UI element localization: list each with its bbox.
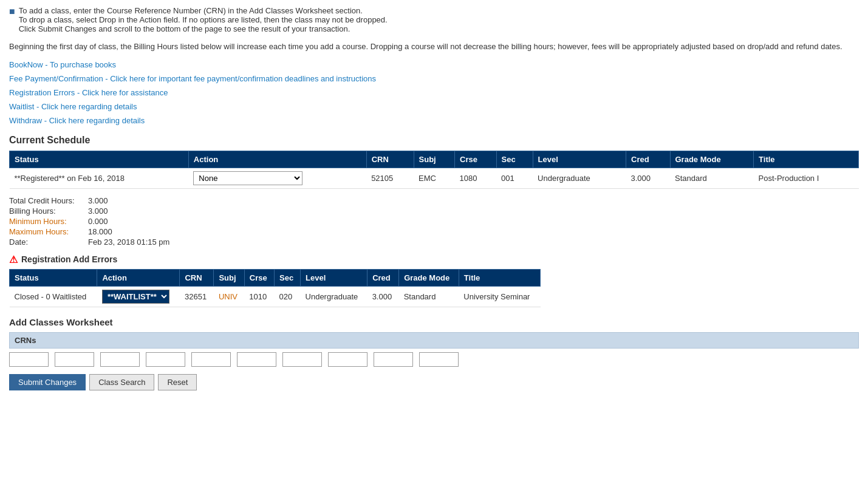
row-sec: 001 (496, 168, 533, 188)
waitlist-action-select[interactable]: **WAITLIST** (102, 290, 169, 304)
err-row-sec: 020 (275, 286, 301, 307)
err-col-crn: CRN (180, 269, 214, 286)
minimum-value: 0.000 (88, 217, 108, 226)
table-row: **Registered** on Feb 16, 2018 None Drop… (10, 168, 859, 188)
info-icon: ■ (9, 6, 15, 17)
col-crse: Crse (455, 151, 497, 168)
billing-notice: Beginning the first day of class, the Bi… (9, 41, 859, 53)
col-grade-mode: Grade Mode (670, 151, 754, 168)
crn-inputs-container (9, 352, 859, 367)
row-action[interactable]: None Drop (188, 168, 366, 188)
err-col-sec: Sec (275, 269, 301, 286)
err-row-level: Undergraduate (301, 286, 367, 307)
row-crse: 1080 (455, 168, 497, 188)
crn-input-9[interactable] (374, 352, 413, 367)
bottom-buttons: Submit Changes Class Search Reset (9, 374, 859, 390)
error-table-header: Status Action CRN Subj Crse Sec Level Cr… (10, 269, 541, 286)
row-level: Undergraduate (533, 168, 626, 188)
col-level: Level (533, 151, 626, 168)
billing-row: Billing Hours: 3.000 (9, 206, 859, 216)
booknow-link[interactable]: BookNow - To purchase books (9, 60, 116, 69)
maximum-label: Maximum Hours: (9, 227, 88, 236)
billing-value: 3.000 (88, 206, 108, 216)
fee-payment-link[interactable]: Fee Payment/Confirmation - Click here fo… (9, 74, 376, 83)
error-title-text: Registration Add Errors (21, 254, 117, 264)
col-crn: CRN (366, 151, 414, 168)
registration-errors-link[interactable]: Registration Errors - Click here for ass… (9, 88, 168, 97)
info-line-1: To add a class, enter the Course Referen… (19, 6, 388, 15)
date-label: Date: (9, 237, 88, 247)
crn-input-7[interactable] (282, 352, 322, 367)
total-credit-label: Total Credit Hours: (9, 196, 88, 205)
schedule-table-body: **Registered** on Feb 16, 2018 None Drop… (10, 168, 859, 188)
registration-errors-link-section[interactable]: Registration Errors - Click here for ass… (9, 88, 859, 97)
col-subj: Subj (414, 151, 454, 168)
row-status: **Registered** on Feb 16, 2018 (10, 168, 189, 188)
hours-section: Total Credit Hours: 3.000 Billing Hours:… (9, 196, 859, 247)
error-table: Status Action CRN Subj Crse Sec Level Cr… (9, 269, 541, 307)
row-grade-mode: Standard (670, 168, 754, 188)
err-col-crse: Crse (244, 269, 274, 286)
class-search-button[interactable]: Class Search (89, 374, 154, 390)
err-col-cred: Cred (367, 269, 399, 286)
total-credit-row: Total Credit Hours: 3.000 (9, 196, 859, 205)
minimum-row: Minimum Hours: 0.000 (9, 217, 859, 226)
waitlist-link-section[interactable]: Waitlist - Click here regarding details (9, 102, 859, 111)
error-table-body: Closed - 0 Waitlisted **WAITLIST** 32651… (10, 286, 541, 307)
withdraw-link-section[interactable]: Withdraw - Click here regarding details (9, 116, 859, 125)
crn-input-10[interactable] (419, 352, 459, 367)
crn-input-3[interactable] (100, 352, 140, 367)
top-info-section: ■ To add a class, enter the Course Refer… (9, 6, 859, 33)
crn-input-4[interactable] (146, 352, 185, 367)
fee-payment-link-section[interactable]: Fee Payment/Confirmation - Click here fo… (9, 74, 859, 83)
registration-errors-section: ⚠ Registration Add Errors Status Action … (9, 254, 859, 307)
err-row-crn: 32651 (180, 286, 214, 307)
date-value: Feb 23, 2018 01:15 pm (88, 237, 169, 247)
error-table-row: Closed - 0 Waitlisted **WAITLIST** 32651… (10, 286, 541, 307)
err-row-title: University Seminar (459, 286, 540, 307)
crns-header: CRNs (9, 332, 859, 349)
row-subj: EMC (414, 168, 454, 188)
info-line-3: Click Submit Changes and scroll to the b… (19, 24, 388, 33)
submit-changes-button[interactable]: Submit Changes (9, 374, 86, 390)
err-row-action[interactable]: **WAITLIST** (97, 286, 180, 307)
error-icon: ⚠ (9, 254, 18, 265)
total-credit-value: 3.000 (88, 196, 108, 205)
waitlist-link[interactable]: Waitlist - Click here regarding details (9, 102, 137, 111)
worksheet-title: Add Classes Worksheet (9, 317, 859, 327)
crn-input-1[interactable] (9, 352, 49, 367)
err-col-level: Level (301, 269, 367, 286)
err-row-status: Closed - 0 Waitlisted (10, 286, 97, 307)
maximum-value: 18.000 (88, 227, 112, 236)
booknow-link-section[interactable]: BookNow - To purchase books (9, 60, 859, 69)
err-col-subj: Subj (214, 269, 244, 286)
top-info-text: To add a class, enter the Course Referen… (19, 6, 388, 33)
col-cred: Cred (626, 151, 671, 168)
maximum-row: Maximum Hours: 18.000 (9, 227, 859, 236)
col-status: Status (10, 151, 189, 168)
billing-label: Billing Hours: (9, 206, 88, 216)
reset-button[interactable]: Reset (158, 374, 197, 390)
crn-input-5[interactable] (191, 352, 231, 367)
withdraw-link[interactable]: Withdraw - Click here regarding details (9, 116, 145, 125)
err-col-status: Status (10, 269, 97, 286)
row-crn: 52105 (366, 168, 414, 188)
crn-input-6[interactable] (237, 352, 276, 367)
current-schedule-title: Current Schedule (9, 135, 859, 146)
error-title: ⚠ Registration Add Errors (9, 254, 859, 265)
minimum-label: Minimum Hours: (9, 217, 88, 226)
crn-input-8[interactable] (328, 352, 367, 367)
err-row-subj: UNIV (214, 286, 244, 307)
schedule-table-header: Status Action CRN Subj Crse Sec Level Cr… (10, 151, 859, 168)
err-col-title: Title (459, 269, 540, 286)
crn-input-2[interactable] (55, 352, 94, 367)
col-title: Title (754, 151, 859, 168)
current-schedule-table: Status Action CRN Subj Crse Sec Level Cr… (9, 151, 859, 189)
err-row-crse: 1010 (244, 286, 274, 307)
err-row-grade-mode: Standard (399, 286, 459, 307)
row-cred: 3.000 (626, 168, 671, 188)
action-select[interactable]: None Drop (193, 171, 302, 185)
err-row-cred: 3.000 (367, 286, 399, 307)
col-sec: Sec (496, 151, 533, 168)
col-action: Action (188, 151, 366, 168)
